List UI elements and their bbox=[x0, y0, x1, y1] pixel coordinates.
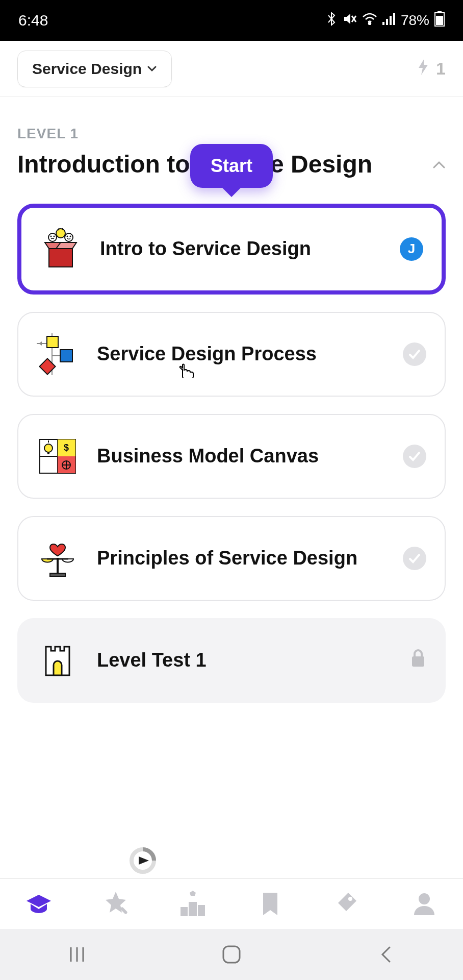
loading-peek-icon bbox=[127, 845, 158, 878]
box-ideas-icon bbox=[40, 228, 82, 270]
svg-point-15 bbox=[54, 235, 55, 237]
content: LEVEL 1 Introduction to Service Design S… bbox=[0, 97, 463, 703]
tab-shop[interactable] bbox=[329, 886, 365, 922]
svg-rect-5 bbox=[390, 16, 392, 25]
castle-icon bbox=[37, 640, 79, 681]
svg-point-2 bbox=[369, 22, 371, 24]
svg-rect-9 bbox=[436, 16, 443, 25]
svg-marker-22 bbox=[39, 341, 42, 346]
recents-button[interactable] bbox=[62, 939, 92, 970]
check-icon bbox=[403, 342, 426, 366]
lesson-title: Service Design Process bbox=[97, 343, 384, 365]
course-dropdown[interactable]: Service Design bbox=[17, 51, 172, 87]
dropdown-label: Service Design bbox=[32, 60, 142, 78]
lesson-title: Level Test 1 bbox=[97, 649, 392, 671]
streak-count: 1 bbox=[436, 59, 446, 79]
level-label: LEVEL 1 bbox=[17, 126, 446, 142]
svg-rect-6 bbox=[393, 13, 395, 25]
battery-text: 78% bbox=[401, 12, 429, 29]
start-tooltip[interactable]: Start bbox=[190, 144, 273, 188]
tab-profile[interactable] bbox=[406, 886, 442, 922]
bottom-tabs bbox=[0, 878, 463, 929]
svg-point-49 bbox=[348, 897, 352, 901]
svg-rect-26 bbox=[39, 358, 55, 374]
tab-learn[interactable] bbox=[21, 886, 57, 922]
app-header: Service Design 1 bbox=[0, 41, 463, 97]
svg-point-50 bbox=[419, 893, 430, 904]
check-icon bbox=[403, 445, 426, 468]
flowchart-icon bbox=[37, 333, 79, 375]
svg-rect-48 bbox=[198, 905, 205, 916]
svg-rect-25 bbox=[60, 350, 72, 362]
back-button[interactable] bbox=[371, 939, 401, 970]
lesson-card-test[interactable]: Level Test 1 bbox=[17, 618, 446, 703]
wifi-icon bbox=[362, 12, 377, 29]
start-label: Start bbox=[211, 155, 252, 176]
lesson-card-principles[interactable]: Principles of Service Design bbox=[17, 516, 446, 601]
svg-point-16 bbox=[67, 235, 68, 237]
svg-point-17 bbox=[70, 235, 71, 237]
svg-point-13 bbox=[65, 233, 73, 241]
scale-heart-icon bbox=[37, 537, 79, 579]
lesson-card-process[interactable]: Service Design Process bbox=[17, 312, 446, 397]
chevron-down-icon bbox=[147, 62, 157, 76]
mute-icon bbox=[343, 12, 357, 30]
svg-point-12 bbox=[56, 229, 65, 238]
android-nav-bar bbox=[0, 929, 463, 980]
svg-rect-42 bbox=[412, 656, 424, 667]
lock-icon bbox=[410, 649, 426, 672]
tab-leaderboard[interactable] bbox=[175, 886, 211, 922]
svg-rect-4 bbox=[386, 19, 388, 25]
svg-rect-10 bbox=[49, 249, 72, 267]
svg-rect-3 bbox=[382, 22, 384, 25]
home-button[interactable] bbox=[216, 939, 247, 970]
bluetooth-icon bbox=[325, 12, 338, 30]
svg-text:$: $ bbox=[64, 443, 69, 453]
profile-badge: J bbox=[400, 237, 423, 261]
streak-counter[interactable]: 1 bbox=[416, 59, 446, 79]
canvas-grid-icon: $ bbox=[37, 435, 79, 477]
status-time: 6:48 bbox=[18, 12, 48, 29]
status-bar: 6:48 78% bbox=[0, 0, 463, 41]
lesson-card-canvas[interactable]: $ Business Model Canvas bbox=[17, 414, 446, 499]
check-icon bbox=[403, 547, 426, 570]
lesson-title: Intro to Service Design bbox=[100, 238, 381, 260]
lesson-card-intro[interactable]: Intro to Service Design J bbox=[17, 204, 446, 295]
svg-point-36 bbox=[44, 444, 53, 452]
svg-point-14 bbox=[50, 235, 52, 237]
bolt-icon bbox=[416, 59, 432, 79]
chevron-up-icon bbox=[432, 156, 446, 173]
battery-icon bbox=[434, 11, 445, 30]
svg-rect-40 bbox=[50, 573, 65, 576]
svg-rect-54 bbox=[223, 946, 240, 963]
svg-rect-47 bbox=[181, 907, 188, 916]
tab-discover[interactable] bbox=[98, 886, 134, 922]
lesson-title: Business Model Canvas bbox=[97, 445, 384, 467]
signal-icon bbox=[382, 12, 396, 29]
status-icons: 78% bbox=[325, 11, 445, 30]
tab-bookmarks[interactable] bbox=[252, 886, 288, 922]
svg-point-11 bbox=[48, 233, 57, 241]
svg-rect-24 bbox=[47, 336, 58, 348]
svg-marker-44 bbox=[139, 856, 149, 865]
svg-rect-46 bbox=[189, 902, 197, 916]
svg-rect-38 bbox=[47, 452, 49, 454]
lesson-title: Principles of Service Design bbox=[97, 547, 384, 569]
